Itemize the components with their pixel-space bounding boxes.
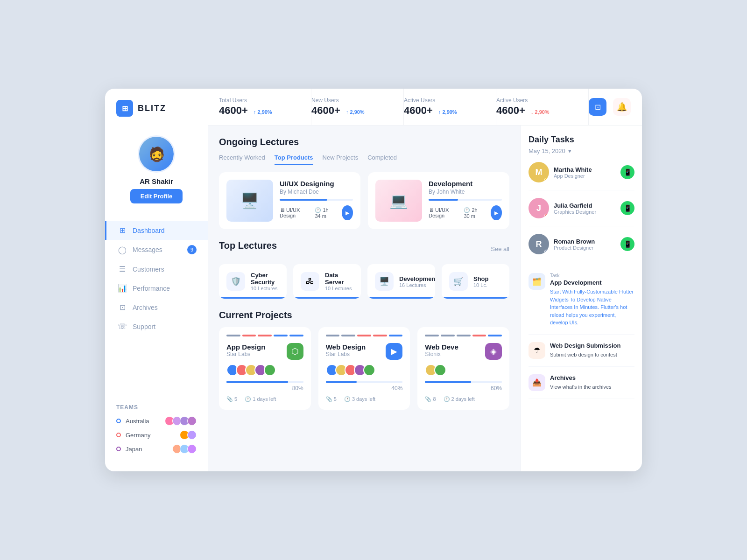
- contact-role: Product Designer: [554, 245, 616, 251]
- lecture-time: 🕐 2h 30 m: [464, 207, 484, 219]
- avatar-image: 🧔: [139, 135, 174, 173]
- task-item: 🗂️ Task App Development Start With Fully…: [529, 273, 634, 335]
- app-container: ⊞ BLITZ 🧔 AR Shakir Edit Profile ⊞ Dashb…: [105, 89, 642, 471]
- contact-avatar: J: [529, 198, 549, 218]
- contact-status: [544, 178, 548, 182]
- edit-profile-button[interactable]: Edit Profile: [130, 189, 183, 203]
- contact-role: Graphics Designer: [554, 209, 616, 215]
- avatar: 🧔: [138, 135, 175, 173]
- team-avatar: [187, 430, 197, 440]
- sidebar-item-archives[interactable]: ⊡ Archives: [105, 298, 208, 317]
- contacts-list: M Martha White App Designer 📱 J Julia Ga…: [529, 162, 634, 269]
- lecture-author: By Michael Doe: [280, 189, 353, 195]
- lectures-tab[interactable]: Top Products: [275, 154, 313, 165]
- project-progress-fill: [425, 381, 471, 383]
- task-icon: 🗂️: [529, 273, 545, 290]
- lectures-tabs: Recently WorkedTop ProductsNew ProjectsC…: [219, 154, 509, 165]
- project-footer: 📎 8 🕐 2 days left: [425, 396, 502, 402]
- lectures-tab[interactable]: New Projects: [323, 154, 359, 165]
- attachments-count: 📎 5: [226, 396, 237, 402]
- lecture-title: Development: [429, 180, 502, 188]
- lecture-tag: 🖥 UI/UX Design: [280, 207, 308, 218]
- top-lecture-card[interactable]: 🖥️ Development 16 Lectures: [367, 264, 435, 299]
- current-projects-section: Current Projects App Design Star Labs ⬡ …: [219, 310, 509, 410]
- lectures-tab[interactable]: Completed: [367, 154, 397, 165]
- nav-icon: ☏: [118, 322, 127, 331]
- lectures-tab[interactable]: Recently Worked: [219, 154, 265, 165]
- nav-icon: 📊: [118, 284, 127, 293]
- project-title-wrap: App Design Star Labs: [226, 343, 265, 362]
- color-bar: [274, 335, 288, 336]
- project-avatar: [434, 364, 446, 376]
- see-all-link[interactable]: See all: [491, 245, 509, 252]
- project-progress-fill: [226, 381, 288, 383]
- project-logo: ⬡: [287, 343, 303, 360]
- task-item: 📤 Archives View what's in the archives: [529, 374, 634, 399]
- chat-button[interactable]: ⊡: [589, 98, 606, 116]
- nav-label: Messages: [133, 246, 162, 253]
- whatsapp-button[interactable]: 📱: [620, 237, 634, 251]
- project-avatars: [425, 364, 502, 376]
- sidebar-item-performance[interactable]: 📊 Performance: [105, 279, 208, 298]
- color-bar: [472, 335, 486, 336]
- whatsapp-button[interactable]: 📱: [620, 165, 634, 179]
- project-title-wrap: Web Design Star Labs: [326, 343, 366, 362]
- team-dot: [116, 433, 121, 437]
- project-progress-fill: [326, 381, 357, 383]
- play-button[interactable]: ▶: [342, 205, 353, 220]
- sidebar-item-support[interactable]: ☏ Support: [105, 317, 208, 336]
- sidebar-item-customers[interactable]: ☰ Customers: [105, 259, 208, 279]
- color-bar: [226, 335, 240, 336]
- project-title-wrap: Web Deve Stonix: [425, 343, 458, 362]
- lecture-author: By John White: [429, 189, 502, 195]
- top-lectures-header: Top Lectures See all: [219, 240, 509, 258]
- nav-label: Archives: [133, 304, 158, 311]
- lecture-meta: 🖥 UI/UX Design 🕐 2h 30 m ▶: [429, 205, 502, 220]
- whatsapp-button[interactable]: 📱: [620, 201, 634, 215]
- daily-tasks-title: Daily Tasks: [529, 135, 634, 145]
- top-lecture-info: Data Server 10 Lectures: [325, 272, 353, 291]
- nav-label: Support: [133, 323, 155, 330]
- team-item[interactable]: Germany: [116, 430, 197, 440]
- stat-value: 4600+ ↓ 2,90%: [496, 105, 575, 117]
- task-name: App Development: [550, 279, 634, 286]
- daily-date[interactable]: May 15, 2020 ▾: [529, 147, 634, 154]
- sidebar-item-messages[interactable]: ◯ Messages 9: [105, 240, 208, 259]
- attachments-count: 📎 8: [425, 396, 436, 402]
- top-lecture-name: Shop: [473, 275, 489, 282]
- color-bar: [357, 335, 371, 336]
- project-percent: 60%: [425, 385, 502, 392]
- team-name: Australia: [126, 418, 162, 425]
- project-company: Star Labs: [326, 351, 366, 357]
- lecture-info: Development By John White 🖥 UI/UX Design…: [429, 180, 502, 220]
- lecture-thumbnail: 🖥️: [226, 180, 273, 222]
- color-bar: [242, 335, 256, 336]
- team-item[interactable]: Japan: [116, 444, 197, 454]
- stat-label: Total Users: [219, 97, 298, 104]
- sidebar-item-dashboard[interactable]: ⊞ Dashboard: [105, 221, 208, 240]
- project-cards: App Design Star Labs ⬡ 80% 📎 5 🕐 1 days …: [219, 327, 509, 410]
- top-lecture-card[interactable]: 🖧 Data Server 10 Lectures: [293, 264, 361, 299]
- lecture-card: 💻 Development By John White 🖥 UI/UX Desi…: [368, 172, 509, 229]
- top-lectures-title: Top Lectures: [219, 240, 277, 251]
- project-header: Web Design Star Labs ▶: [326, 343, 403, 362]
- contact-info: Martha White App Designer: [554, 166, 616, 179]
- notifications-button[interactable]: 🔔: [613, 98, 631, 116]
- contact-avatar: R: [529, 234, 549, 254]
- stat-value: 4600+ ↑ 2,90%: [219, 105, 298, 117]
- top-lecture-card[interactable]: 🛒 Shop 10 Lc.: [442, 264, 509, 299]
- team-name: Japan: [126, 446, 169, 453]
- task-description: Start With Fully-Customizable Flutter Wi…: [550, 288, 634, 327]
- teams-title: Teams: [116, 404, 197, 411]
- logo-icon: ⊞: [116, 100, 133, 117]
- lecture-cards: 🖥️ UI/UX Designing By Michael Doe 🖥 UI/U…: [219, 172, 509, 229]
- days-left: 🕐 2 days left: [444, 396, 475, 402]
- sidebar: ⊞ BLITZ 🧔 AR Shakir Edit Profile ⊞ Dashb…: [105, 89, 208, 471]
- top-lecture-card[interactable]: 🛡️ Cyber Security 10 Lectures: [219, 264, 287, 299]
- nav-label: Performance: [133, 285, 170, 292]
- project-progress-bar: [326, 381, 403, 383]
- team-item[interactable]: Australia: [116, 416, 197, 426]
- play-button[interactable]: ▶: [491, 205, 502, 220]
- project-header: App Design Star Labs ⬡: [226, 343, 303, 362]
- contact-item: M Martha White App Designer 📱: [529, 162, 634, 190]
